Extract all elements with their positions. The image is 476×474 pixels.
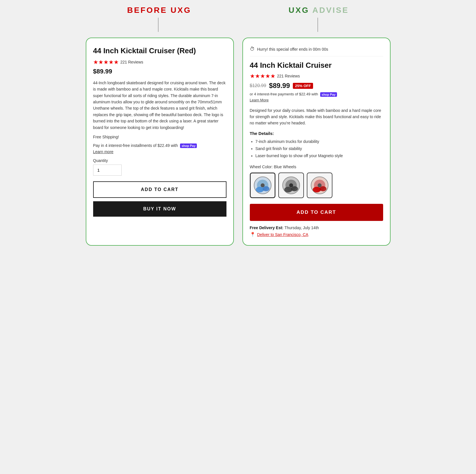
after-advise: ADVISE [312,6,349,15]
before-uxg: UXG [171,6,191,15]
before-price: $89.99 [93,68,226,75]
after-shoppay-badge: shop Pay [320,92,337,97]
svg-point-3 [256,187,264,192]
cards-row: 44 Inch Kicktail Cruiser (Red) ★★★★★ 221… [79,38,398,246]
after-uxg: UXG [289,6,309,15]
deliver-to-link[interactable]: Deliver to San Francisco, CA [257,232,309,237]
wheel-blue-svg [251,174,274,197]
detail-item-2: Sand grit finish for stability [256,145,383,152]
buy-now-button[interactable]: BUY IT NOW [93,201,226,217]
divider-before [158,18,158,32]
wheel-option-blue[interactable] [250,173,275,198]
pin-icon: 📍 [250,232,256,237]
after-product-desc: Designed for your daily cruises. Made wi… [250,107,383,126]
svg-point-9 [291,186,298,191]
clock-icon: ⏱ [250,46,255,52]
svg-point-4 [263,186,269,191]
wheel-red-svg [308,174,331,197]
delivery-info: Free Delivery Est: Thursday, July 14th [250,225,383,230]
delivery-label: Free Delivery Est: [250,225,283,230]
after-price-row: $120.99 $89.99 25% OFF [250,82,383,90]
before-stars: ★★★★★ [93,59,119,65]
after-original-price: $120.99 [250,83,266,88]
after-details-list: 7-inch aluminum trucks for durability Sa… [250,138,383,160]
header-after: UXG ADVISE [289,6,349,15]
after-details-heading: The Details: [250,131,383,136]
wheel-black-svg [280,174,303,197]
before-free-shipping: Free Shipping! [93,135,226,139]
after-review-count: 221 Reviews [277,74,300,78]
before-stars-row: ★★★★★ 221 Reviews [93,59,226,65]
wheel-color-label: Wheel Color: Blue Wheels [250,165,383,169]
before-shoppay-badge: shop Pay [180,143,197,148]
quantity-input[interactable] [93,165,122,176]
before-quantity-label: Quantity [93,158,226,163]
after-stars-row: ★★★★★ 221 Reviews [250,73,383,79]
svg-point-13 [313,187,321,192]
urgency-bar: ⏱ Hurry! this special offer ends in 00m … [250,46,383,56]
after-stars: ★★★★★ [250,73,275,79]
svg-point-8 [284,187,292,192]
after-add-to-cart-button[interactable]: ADD TO CART [250,204,383,221]
before-installment: Pay in 4 interest-free installments of $… [93,143,226,148]
header-row: BEFORE UXG UXG ADVISE [79,6,398,15]
wheel-option-black[interactable] [278,173,304,198]
before-card: 44 Inch Kicktail Cruiser (Red) ★★★★★ 221… [86,38,234,246]
before-review-count: 221 Reviews [120,60,143,64]
before-product-title: 44 Inch Kicktail Cruiser (Red) [93,46,226,56]
wheel-color-heading: Wheel Color: [250,165,273,169]
detail-item-3: Laser-burned logo to show off your Magne… [256,152,383,159]
deliver-link-row: 📍 Deliver to San Francisco, CA [250,232,383,237]
after-card: ⏱ Hurry! this special offer ends in 00m … [242,38,391,246]
before-installment-text: Pay in 4 interest-free installments of $… [93,143,178,148]
divider-after [318,18,318,32]
wheel-option-red[interactable] [307,173,332,198]
before-add-to-cart-button[interactable]: ADD TO CART [93,181,226,198]
svg-point-14 [320,186,326,191]
wheel-color-value: Blue Wheels [274,165,296,169]
urgency-text: Hurry! this special offer ends in 00m 00… [257,47,328,52]
detail-item-1: 7-inch aluminum trucks for durability [256,138,383,145]
wheel-options [250,173,383,198]
before-description: 44-Inch longboard skateboard designed fo… [93,80,226,131]
header-before: BEFORE UXG [127,6,191,15]
after-installment-text: or 4 interest-free payments of $22.49 wi… [250,92,318,96]
divider-row [79,18,398,32]
before-text: BEFORE [127,6,167,15]
after-learn-more-link[interactable]: Learn More [250,98,383,102]
after-sale-price: $89.99 [269,82,290,90]
discount-badge: 25% OFF [293,83,313,89]
before-learn-more-link[interactable]: Learn more [93,149,114,154]
after-installment-row: or 4 interest-free payments of $22.49 wi… [250,92,383,97]
delivery-date: Thursday, July 14th [284,225,319,230]
after-product-title: 44 Inch Kicktail Cruiser [250,61,383,70]
